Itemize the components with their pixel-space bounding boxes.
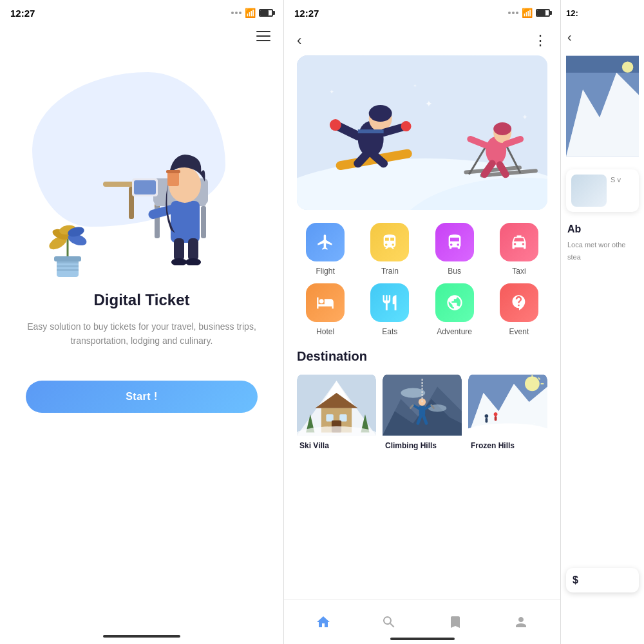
svg-point-38 — [330, 119, 341, 131]
svg-rect-92 — [485, 418, 488, 423]
s3-about-text: Loca met wor othe stea — [567, 239, 638, 263]
category-hotel[interactable]: Hotel — [297, 283, 354, 336]
s3-about-title: Ab — [567, 223, 638, 235]
hotel-label: Hotel — [316, 327, 334, 336]
svg-text:✦: ✦ — [329, 88, 334, 95]
svg-point-93 — [494, 412, 498, 416]
adventure-icon-bg — [435, 283, 474, 322]
category-train[interactable]: Train — [361, 223, 418, 276]
s3-about-section: Ab Loca met wor othe stea — [561, 217, 644, 263]
climbing-hills-name: Climbing Hills — [383, 437, 462, 451]
event-label: Event — [509, 327, 529, 336]
destination-title: Destination — [297, 349, 547, 364]
category-taxi[interactable]: Taxi — [491, 223, 547, 276]
destination-section: Destination — [284, 343, 560, 458]
svg-point-10 — [171, 258, 187, 265]
category-flight[interactable]: Flight — [297, 223, 354, 276]
s3-back-button[interactable]: ‹ — [567, 30, 572, 44]
s3-card: S v — [566, 169, 639, 212]
signal-dots-1 — [231, 12, 242, 14]
svg-rect-16 — [167, 172, 179, 186]
nav-home[interactable] — [305, 609, 341, 635]
svg-rect-20 — [57, 261, 79, 263]
battery-icon-2 — [536, 9, 550, 17]
start-button[interactable]: Start ! — [26, 381, 258, 413]
adventure-label: Adventure — [437, 327, 472, 336]
category-event[interactable]: Event — [491, 283, 547, 336]
train-icon-bg — [370, 223, 409, 261]
menu-line — [256, 40, 270, 41]
svg-point-102 — [622, 61, 633, 72]
destination-ski-villa[interactable]: Ski Villa — [297, 373, 376, 451]
wifi-icon-2: 📶 — [522, 8, 533, 18]
s1-header — [0, 26, 283, 46]
bookmark-icon — [448, 614, 463, 630]
destination-climbing-hills[interactable]: Climbing Hills — [383, 373, 462, 451]
menu-icon[interactable] — [256, 31, 270, 41]
svg-point-11 — [185, 258, 201, 265]
category-eats[interactable]: Eats — [361, 283, 418, 336]
status-bar-3: 12: — [561, 0, 644, 26]
plant-illustration — [45, 220, 90, 278]
status-time-3: 12: — [566, 8, 578, 18]
status-time-1: 12:27 — [10, 8, 35, 19]
s3-card-thumbnail — [571, 175, 607, 207]
destination-grid: Ski Villa — [297, 373, 547, 451]
frozen-hills-name: Frozen Hills — [468, 437, 547, 451]
menu-line — [256, 31, 270, 32]
flight-icon-bg — [306, 223, 345, 261]
category-adventure[interactable]: Adventure — [426, 283, 483, 336]
svg-point-84 — [525, 377, 540, 392]
signal-dots-2 — [508, 12, 518, 14]
svg-line-53 — [500, 165, 506, 175]
destination-frozen-hills[interactable]: Frozen Hills — [468, 373, 547, 451]
svg-rect-75 — [419, 406, 425, 415]
category-grid: Flight Train Bus Taxi — [284, 210, 560, 343]
svg-rect-22 — [57, 269, 79, 271]
svg-text:✦: ✦ — [425, 99, 433, 109]
svg-rect-5 — [201, 206, 206, 238]
svg-text:✦: ✦ — [413, 83, 417, 89]
hero-image: ✦ ✦ ✦ ✦ — [297, 55, 547, 210]
s3-back-area: ‹ — [561, 26, 644, 48]
profile-icon — [513, 614, 529, 630]
flight-label: Flight — [316, 267, 334, 276]
svg-point-39 — [401, 121, 412, 131]
eats-label: Eats — [382, 327, 397, 336]
eats-icon-bg — [370, 283, 409, 322]
svg-text:✦: ✦ — [522, 113, 528, 122]
ski-villa-name: Ski Villa — [297, 437, 376, 451]
s3-card-description: S v — [611, 175, 621, 185]
home-indicator-2 — [390, 638, 455, 640]
bus-label: Bus — [448, 267, 461, 276]
back-button[interactable]: ‹ — [297, 32, 301, 49]
svg-point-91 — [485, 414, 489, 418]
more-options-button[interactable]: ⋮ — [533, 32, 547, 49]
menu-line — [256, 35, 270, 37]
status-icons-2: 📶 — [508, 8, 550, 18]
s3-price: $ — [573, 574, 632, 586]
category-bus[interactable]: Bus — [426, 223, 483, 276]
nav-bookmark[interactable] — [437, 609, 473, 635]
status-bar-2: 12:27 📶 — [284, 0, 560, 26]
nav-search[interactable] — [371, 609, 407, 635]
s3-hero-image — [566, 48, 639, 164]
event-icon-bg — [500, 283, 538, 322]
bus-icon-bg — [435, 223, 474, 261]
screen1-onboarding: 12:27 📶 — [0, 0, 283, 644]
nav-profile[interactable] — [503, 609, 539, 635]
train-label: Train — [381, 267, 399, 276]
battery-icon-1 — [259, 9, 273, 17]
home-icon — [316, 614, 331, 630]
svg-rect-94 — [495, 416, 497, 421]
s3-price-card: $ — [566, 568, 639, 592]
screen3-partial: 12: ‹ S v Ab Loca met wor othe stea $ — [560, 0, 644, 644]
wifi-icon-1: 📶 — [245, 8, 256, 18]
svg-point-72 — [401, 388, 425, 398]
svg-point-47 — [493, 122, 511, 135]
screen2-main: 12:27 📶 ‹ ⋮ — [283, 0, 560, 644]
s1-description: Easy solution to buy tickets for your tr… — [26, 319, 258, 348]
s1-text-content: Digital Ticket Easy solution to buy tick… — [0, 291, 283, 413]
ski-scene-illustration: ✦ ✦ ✦ ✦ — [297, 55, 547, 210]
status-bar-1: 12:27 📶 — [0, 0, 283, 26]
